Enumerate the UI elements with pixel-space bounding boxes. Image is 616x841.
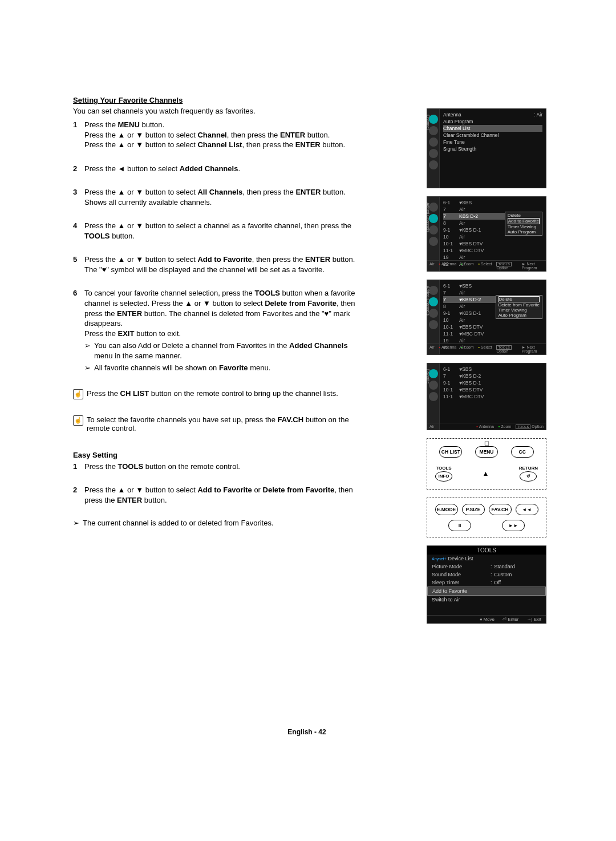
- step-body: Press the ▲ or ▼ button to select All Ch…: [84, 187, 358, 207]
- step-item: 4Press the ▲ or ▼ button to select a cha…: [73, 221, 358, 241]
- step-line: Press the TOOLS button on the remote con…: [84, 462, 358, 472]
- osd-menu-item: Fine Tune: [443, 139, 542, 145]
- easy-note: The current channel is added to or delet…: [73, 519, 358, 527]
- light-icon: ☐: [484, 440, 489, 447]
- step-body: Press the MENU button.Press the ▲ or ▼ b…: [84, 120, 358, 150]
- step-line: Press the ▲ or ▼ button to select Add to…: [84, 254, 358, 265]
- step-number: 1: [73, 120, 84, 150]
- osd-favorite-list: Favorite 6-1♥SBS7♥KBS D-29-1♥KBS D-110-1…: [427, 363, 546, 430]
- easy-steps-list: 1Press the TOOLS button on the remote co…: [73, 462, 358, 506]
- tip-chlist: ☝ Press the CH LIST button on the remote…: [73, 389, 358, 399]
- tools-row: Sound Mode:Custom: [427, 571, 546, 579]
- step-line: Press the ▲ or ▼ button to select Add to…: [84, 485, 358, 505]
- tab-icon: [429, 149, 438, 158]
- tools-footer-item: →| Exit: [526, 617, 541, 622]
- tip-text: To select the favorite channels you have…: [87, 415, 358, 432]
- remote-btn-return: ↺: [520, 471, 537, 482]
- channel-row: 11-1♥MBC DTV: [443, 247, 542, 254]
- step-line: The "♥" symbol will be displayed and the…: [84, 265, 358, 275]
- channel-row: 6-1♥SBS: [443, 199, 542, 206]
- step-item: 3Press the ▲ or ▼ button to select All C…: [73, 187, 358, 207]
- instruction-column: Setting Your Favorite Channels You can s…: [73, 96, 358, 527]
- osd-menu-item: Clear Scrambled Channel: [443, 132, 542, 139]
- tools-footer: ♦ Move⏎ Enter→| Exit: [427, 615, 546, 623]
- step-number: 1: [73, 462, 84, 472]
- remote-btn-cc: CC: [511, 446, 534, 458]
- step-number: 5: [73, 254, 84, 274]
- channel-row: 9-1♥KBS D-1: [443, 379, 542, 386]
- channel-row: 6-1♥SBS: [443, 282, 542, 289]
- popup-item: Timer Viewing: [499, 308, 540, 313]
- step-line: Press the ▲ or ▼ button to select All Ch…: [84, 187, 358, 197]
- tools-row: Switch to Air: [427, 596, 546, 604]
- remote-btn-pause: II: [448, 520, 471, 531]
- step-number: 2: [73, 485, 84, 505]
- hand-icon: ☝: [73, 415, 83, 426]
- remote-btn-emode: E.MODE: [435, 504, 458, 515]
- channel-row: 11-1♥MBC DTV: [443, 393, 542, 400]
- popup-item: Delete: [499, 296, 540, 302]
- osd-popup: DeleteDelete from FavoriteTimer ViewingA…: [496, 295, 542, 319]
- osd-vlabel: Favorite: [426, 369, 430, 383]
- step-number: 4: [73, 221, 84, 241]
- remote-btn-info: INFO: [435, 471, 452, 482]
- hand-icon: ☝: [73, 389, 83, 399]
- tools-row: Sleep Timer:Off: [427, 579, 546, 587]
- channel-row: 7♥KBS D-2: [443, 373, 542, 379]
- remote-diagram-2: E.MODE P.SIZE FAV.CH ◄◄ II ►►: [427, 498, 546, 537]
- step-item: 2Press the ◄ button to select Added Chan…: [73, 164, 358, 174]
- step-item: 1Press the TOOLS button on the remote co…: [73, 462, 358, 472]
- remote-btn-favch: FAV.CH: [489, 504, 512, 515]
- popup-item: Auto Program: [508, 229, 540, 234]
- osd-menu-item: Antenna: Air: [443, 111, 542, 118]
- remote-btn-psize: P.SIZE: [462, 504, 485, 515]
- remote-diagram-1: ☐ CH LIST MENU CC TOOLS INFO ▲ RETURN ↺: [427, 438, 546, 490]
- tip-favch: ☝ To select the favorite channels you ha…: [73, 415, 358, 432]
- popup-item: Add to Favorite: [508, 218, 540, 224]
- step-item: 6To cancel your favorite channel selecti…: [73, 288, 358, 373]
- tip-text: Press the CH LIST button on the remote c…: [87, 389, 338, 399]
- screenshots-column: Channel Antenna: AirAuto ProgramChannel …: [364, 108, 546, 624]
- page-footer: English - 42: [73, 728, 541, 736]
- remote-btn-rew: ◄◄: [516, 504, 538, 515]
- tab-icon: [429, 237, 438, 246]
- tools-footer-item: ⏎ Enter: [502, 617, 518, 622]
- tools-title: TOOLS: [427, 546, 546, 555]
- step-item: 1Press the MENU button.Press the ▲ or ▼ …: [73, 120, 358, 150]
- osd-footer: AirAntennaZoomSelectTOOLS Option► Next P…: [427, 343, 546, 354]
- remote-btn-chlist: CH LIST: [439, 446, 462, 458]
- tab-icon: [429, 138, 438, 147]
- osd-channel-menu: Channel Antenna: AirAuto ProgramChannel …: [427, 108, 546, 188]
- tab-icon: [429, 320, 438, 329]
- step-item: 2Press the ▲ or ▼ button to select Add t…: [73, 485, 358, 505]
- channel-row: 6-1♥SBS: [443, 366, 542, 373]
- channel-row: 10-1♥EBS DTV: [443, 386, 542, 393]
- remote-btn-ff: ►►: [502, 520, 525, 531]
- step-line: Press the ▲ or ▼ button to select Channe…: [84, 140, 358, 150]
- osd-tools: TOOLS Anynet+ Device ListPicture Mode:St…: [427, 545, 546, 624]
- remote-btn-menu: MENU: [475, 446, 498, 458]
- popup-item: Auto Program: [499, 313, 540, 318]
- tab-icon: [429, 160, 438, 169]
- popup-item: Timer Viewing: [508, 224, 540, 229]
- step-body: Press the TOOLS button on the remote con…: [84, 462, 358, 472]
- step-number: 3: [73, 187, 84, 207]
- tools-row: Anynet+ Device List: [427, 555, 546, 563]
- steps-list: 1Press the MENU button.Press the ▲ or ▼ …: [73, 120, 358, 373]
- osd-footer: AirAntennaZoomSelectTOOLS Option► Next P…: [427, 260, 546, 271]
- osd-popup: DeleteAdd to FavoriteTimer ViewingAuto P…: [505, 212, 542, 236]
- osd-vlabel: Added Channels: [426, 286, 430, 316]
- osd-footer: AirAntennaZoomTOOLS Option: [427, 423, 546, 430]
- channel-row: 10-1♥EBS DTV: [443, 240, 542, 247]
- osd-menu-item: Signal Strength: [443, 145, 542, 152]
- channel-row: 11-1♥MBC DTV: [443, 330, 542, 337]
- step-line: Press the ▲ or ▼ button to select Channe…: [84, 130, 358, 140]
- step-body: Press the ▲ or ▼ button to select a chan…: [84, 221, 358, 241]
- step-number: 2: [73, 164, 84, 174]
- step-item: 5Press the ▲ or ▼ button to select Add t…: [73, 254, 358, 274]
- arrow-note: You can also Add or Delete a channel fro…: [84, 341, 358, 361]
- osd-vlabel: Added Channels: [426, 203, 430, 232]
- tab-icon: [429, 392, 438, 401]
- step-body: Press the ▲ or ▼ button to select Add to…: [84, 485, 358, 505]
- osd-added-channels-del: Added Channels 6-1♥SBS7Air7♥KBS D-28Air9…: [427, 280, 546, 355]
